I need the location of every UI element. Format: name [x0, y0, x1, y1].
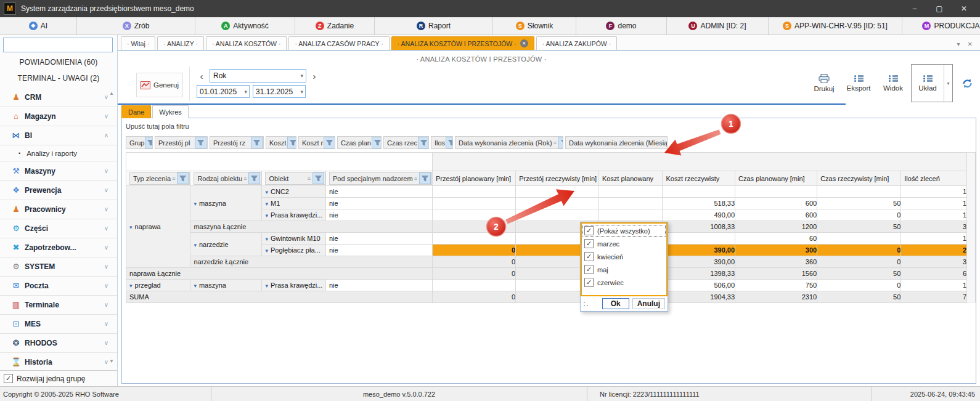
close-button[interactable]: ✕ — [952, 1, 976, 17]
pivot-cell[interactable]: ▾narzedzie — [190, 233, 262, 256]
notifications-link[interactable]: POWIADOMIENIA (60) — [0, 54, 117, 70]
pivot-cell[interactable]: nie — [326, 245, 433, 256]
pivot-cell[interactable] — [598, 186, 663, 198]
tab-analiza-zakupów[interactable]: · ANALIZA ZAKUPÓW · — [536, 36, 617, 50]
tab-analizy[interactable]: · ANALIZY · — [157, 36, 204, 50]
expander-icon[interactable]: ▾ — [265, 236, 268, 242]
month-filter-option[interactable]: ✓maj — [582, 263, 666, 276]
cancel-button[interactable]: Anuluj — [632, 298, 665, 309]
pivot-cell[interactable]: maszyna Łącznie — [190, 221, 432, 233]
pivot-cell[interactable]: 390,00 — [663, 245, 735, 256]
filter-button[interactable] — [145, 137, 153, 148]
filter-button[interactable] — [177, 172, 189, 184]
ok-button[interactable]: Ok — [602, 298, 629, 309]
checkbox-icon[interactable]: ✓ — [584, 252, 594, 261]
filter-button[interactable] — [446, 137, 453, 148]
sort-icon[interactable]: ≡ — [414, 176, 417, 182]
refresh-button[interactable] — [958, 74, 976, 92]
pivot-cell[interactable]: 490,00 — [663, 209, 735, 221]
period-next-button[interactable]: › — [309, 71, 319, 81]
date-to-field[interactable]: 31.12.2025 ▾ — [253, 85, 306, 98]
sidebar-item-system[interactable]: ⚙SYSTEM∨ — [0, 257, 117, 277]
expander-icon[interactable]: ▾ — [129, 224, 133, 230]
filter-field-chip[interactable]: Data wykonania zlecenia (Rok)≡ — [455, 136, 563, 149]
filter-button[interactable] — [248, 172, 260, 184]
expander-icon[interactable]: ▾ — [194, 283, 197, 289]
checkbox-icon[interactable]: ✓ — [584, 239, 594, 248]
pivot-cell[interactable]: 600 — [735, 209, 817, 221]
sidebar-item-części[interactable]: ⚙Części∨ — [0, 219, 117, 238]
layout-dropdown-button[interactable]: ▾ — [944, 65, 952, 102]
pivot-cell[interactable]: SUMA — [126, 291, 433, 303]
terminal-notes-link[interactable]: TERMINAL - UWAGI (2) — [0, 70, 117, 86]
tab-wykres[interactable]: Wykres — [152, 105, 189, 118]
pivot-cell[interactable] — [817, 186, 901, 198]
pivot-cell[interactable]: ▾Gwintownik M10 — [262, 233, 326, 245]
data-field-chip[interactable]: Grup — [126, 136, 153, 149]
generate-button[interactable]: Generuj — [136, 73, 183, 97]
month-filter-option[interactable]: ✓(Pokaż wszystko) — [582, 224, 666, 237]
expander-icon[interactable]: ▾ — [265, 213, 268, 219]
topbar-item-raport[interactable]: RRaport — [375, 17, 493, 34]
pivot-cell[interactable]: 1398,33 — [663, 268, 735, 280]
pivot-cell[interactable]: 0 — [432, 291, 515, 303]
pivot-cell[interactable]: 360 — [735, 256, 817, 268]
month-filter-option[interactable]: ✓kwiecień — [582, 250, 666, 263]
filter-button[interactable] — [372, 137, 382, 148]
pivot-cell[interactable] — [516, 186, 599, 198]
row-field-chip[interactable]: Pod specjalnym nadzorem≡ — [329, 172, 432, 185]
sidebar-item-rhodos[interactable]: ❂RHODOS∨ — [0, 334, 117, 353]
pivot-cell[interactable] — [663, 233, 735, 245]
filter-button[interactable] — [287, 137, 296, 148]
topbar-item-demo[interactable]: Fdemo — [576, 17, 667, 34]
pivot-cell[interactable]: narzedzie Łącznie — [190, 256, 432, 268]
tab-analiza-czasów-pracy[interactable]: · ANALIZA CZASÓW PRACY · — [288, 36, 389, 50]
pivot-cell[interactable]: 50 — [817, 291, 901, 303]
pivot-cell[interactable] — [516, 198, 599, 209]
column-header[interactable]: Czas rzeczywisty [min] — [817, 171, 901, 186]
sidebar-scroll-down-icon[interactable]: ▼ — [109, 358, 114, 364]
date-from-field[interactable]: 01.01.2025 ▾ — [197, 85, 250, 98]
pivot-cell[interactable]: nie — [326, 209, 433, 221]
pivot-cell[interactable]: 2 — [901, 245, 967, 256]
pivot-cell[interactable]: 750 — [735, 280, 817, 291]
filter-button[interactable] — [558, 137, 563, 148]
pivot-cell[interactable]: 506,00 — [663, 280, 735, 291]
sidebar-item-poczta[interactable]: ✉Poczta∨ — [0, 277, 117, 296]
tab-list-close-icon[interactable]: ✕ — [968, 41, 973, 47]
checkbox-icon[interactable]: ✓ — [584, 278, 594, 287]
pivot-cell[interactable]: 1200 — [735, 221, 817, 233]
view-button[interactable]: Widok — [876, 64, 910, 102]
topbar-item-produkcja[interactable]: MPRODUKCJA — [902, 17, 980, 34]
topbar-item-slownik[interactable]: SSłownik — [493, 17, 576, 34]
pivot-cell[interactable]: 60 — [735, 233, 817, 245]
sort-icon[interactable]: ≡ — [553, 140, 557, 146]
pivot-cell[interactable]: 300 — [735, 245, 817, 256]
pivot-cell[interactable]: 1 — [901, 209, 967, 221]
expander-icon[interactable]: ▾ — [194, 242, 197, 248]
tab-analiza-kosztów-i-przestojów[interactable]: · ANALIZA KOSZTÓW I PRZESTOJÓW ·✕ — [391, 36, 534, 50]
data-field-chip[interactable]: Czas rzec — [383, 136, 429, 149]
data-field-chip[interactable]: Przestój pl — [155, 136, 208, 149]
pivot-cell[interactable]: 0 — [817, 245, 901, 256]
column-header[interactable]: Koszt planowany — [598, 171, 663, 186]
pivot-cell[interactable] — [432, 221, 515, 233]
pivot-cell[interactable] — [432, 186, 515, 198]
period-prev-button[interactable]: ‹ — [197, 71, 206, 81]
pivot-cell[interactable]: 1 — [901, 233, 967, 245]
pivot-cell[interactable] — [516, 209, 599, 221]
layout-button[interactable]: Układ — [912, 65, 944, 102]
pivot-cell[interactable] — [432, 198, 515, 209]
pivot-cell[interactable]: 0 — [432, 268, 515, 280]
filter-field-chip[interactable]: Data wykonania zlecenia (Miesiąc)≡ — [565, 136, 668, 149]
print-button[interactable]: Drukuj — [807, 64, 841, 102]
topbar-item-app[interactable]: SAPP-WIN-CHR-V.95 [ID: 51] — [769, 17, 902, 34]
pivot-cell[interactable]: 518,33 — [663, 198, 735, 209]
table-scrollbar[interactable] — [967, 152, 976, 302]
expander-icon[interactable]: ▾ — [265, 283, 268, 289]
pivot-cell[interactable]: 1560 — [735, 268, 817, 280]
filter-button[interactable] — [418, 137, 429, 148]
pivot-cell[interactable]: 7 — [901, 291, 967, 303]
pivot-cell[interactable]: 0 — [432, 245, 515, 256]
pivot-cell[interactable]: 2310 — [735, 291, 817, 303]
